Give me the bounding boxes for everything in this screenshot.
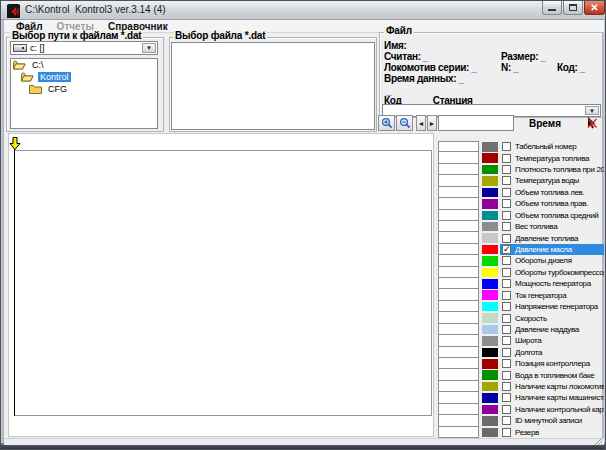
step-right-button[interactable]: ► [427,115,437,131]
drive-combobox[interactable]: c: [] ▼ [10,41,158,55]
param-color-swatch[interactable] [482,405,498,415]
param-checkbox[interactable] [502,199,511,208]
param-checkbox[interactable] [502,428,511,437]
param-select-area[interactable]: Вода в топливном баке [500,369,604,380]
param-select-area[interactable]: Обороты турбокомпрессора [500,267,604,278]
param-checkbox[interactable] [502,405,511,414]
directory-item[interactable]: Kontrol [11,71,157,83]
close-button[interactable]: ✕ [584,1,605,15]
titlebar[interactable]: C:\Kontrol Kontrol3 ver.3.14 (4) ✕ [1,1,606,20]
time-marker-arrow-icon[interactable] [9,136,21,154]
param-select-area[interactable]: ✓Давление масла [500,244,604,255]
window-border-left[interactable] [1,20,4,443]
zoom-in-button[interactable] [378,115,395,131]
param-checkbox[interactable] [502,222,511,231]
param-color-swatch[interactable] [482,336,498,346]
param-checkbox[interactable] [502,371,511,380]
param-checkbox[interactable] [502,176,511,185]
param-color-swatch[interactable] [482,176,498,186]
param-checkbox[interactable] [502,154,511,163]
param-checkbox[interactable]: ✓ [502,245,511,254]
drive-combo-dropdown-button[interactable]: ▼ [142,43,156,53]
param-color-swatch[interactable] [482,142,498,152]
param-color-swatch[interactable] [482,245,498,255]
param-color-swatch[interactable] [482,428,498,438]
param-select-area[interactable]: Температура воды [500,175,604,186]
param-checkbox[interactable] [502,302,511,311]
param-color-swatch[interactable] [482,233,498,243]
param-checkbox[interactable] [502,188,511,197]
param-select-area[interactable]: Вес топлива [500,221,604,232]
time-search-input[interactable] [438,115,514,131]
param-color-swatch[interactable] [482,279,498,289]
param-checkbox[interactable] [502,393,511,402]
param-select-area[interactable]: Давление наддува [500,324,604,335]
param-select-area[interactable]: Резерв [500,427,604,438]
param-checkbox[interactable] [502,211,511,220]
param-color-swatch[interactable] [482,256,498,266]
step-left-button[interactable]: ◄ [416,115,426,131]
maximize-button[interactable] [563,1,583,15]
param-color-swatch[interactable] [482,359,498,369]
param-checkbox[interactable] [502,291,511,300]
zoom-out-button[interactable] [396,115,413,131]
param-checkbox[interactable] [502,325,511,334]
param-select-area[interactable]: Обороты дизеля [500,255,604,266]
param-checkbox[interactable] [502,268,511,277]
param-color-swatch[interactable] [482,393,498,403]
param-select-area[interactable]: Долгота [500,347,604,358]
param-color-swatch[interactable] [482,268,498,278]
param-color-swatch[interactable] [482,222,498,232]
param-color-swatch[interactable] [482,153,498,163]
param-color-swatch[interactable] [482,382,498,392]
param-checkbox[interactable] [502,279,511,288]
param-color-swatch[interactable] [482,416,498,426]
param-select-area[interactable]: Широта [500,335,604,346]
param-select-area[interactable]: Позиция контроллера [500,358,604,369]
param-select-area[interactable]: Табельный номер [500,141,604,152]
param-select-area[interactable]: Скорость [500,312,604,323]
param-select-area[interactable]: Напряжение генератора [500,301,604,312]
param-checkbox[interactable] [502,336,511,345]
resize-grip-icon[interactable] [594,438,603,445]
param-select-area[interactable]: Объем топлива прав. [500,198,604,209]
directory-item[interactable]: CFG [11,83,157,95]
directory-list[interactable]: C:\KontrolCFG [10,58,158,129]
time-marker-line[interactable] [14,140,15,416]
param-select-area[interactable]: Плотность топлива при 20 С [500,164,604,175]
param-row[interactable]: Резерв [438,427,604,438]
param-color-swatch[interactable] [482,211,498,221]
param-checkbox[interactable] [502,348,511,357]
param-checkbox[interactable] [502,314,511,323]
param-color-swatch[interactable] [482,165,498,175]
param-select-area[interactable]: Температура топлива [500,152,604,163]
param-select-area[interactable]: Мощность генератора [500,278,604,289]
directory-item[interactable]: C:\ [11,59,157,71]
param-color-swatch[interactable] [482,325,498,335]
param-checkbox[interactable] [502,142,511,151]
minimize-button[interactable] [542,1,562,15]
station-combo-dropdown-button[interactable]: ▼ [585,106,599,115]
param-select-area[interactable]: ID минутной записи [500,415,604,426]
param-color-swatch[interactable] [482,188,498,198]
param-color-swatch[interactable] [482,370,498,380]
param-color-swatch[interactable] [482,302,498,312]
param-select-area[interactable]: Наличие контрольной карты [500,404,604,415]
clear-marker-button[interactable] [581,115,601,131]
chart-plot-area[interactable] [8,133,434,437]
file-list[interactable] [171,42,375,130]
param-select-area[interactable]: Давление топлива [500,232,604,243]
param-color-swatch[interactable] [482,199,498,209]
param-checkbox[interactable] [502,382,511,391]
param-color-swatch[interactable] [482,348,498,358]
param-color-swatch[interactable] [482,290,498,300]
param-select-area[interactable]: Наличие карты машиниста [500,392,604,403]
param-checkbox[interactable] [502,256,511,265]
param-checkbox[interactable] [502,359,511,368]
param-checkbox[interactable] [502,234,511,243]
param-color-swatch[interactable] [482,313,498,323]
param-select-area[interactable]: Объем топлива средний [500,210,604,221]
param-checkbox[interactable] [502,416,511,425]
param-select-area[interactable]: Объем топлива лев. [500,187,604,198]
param-checkbox[interactable] [502,165,511,174]
